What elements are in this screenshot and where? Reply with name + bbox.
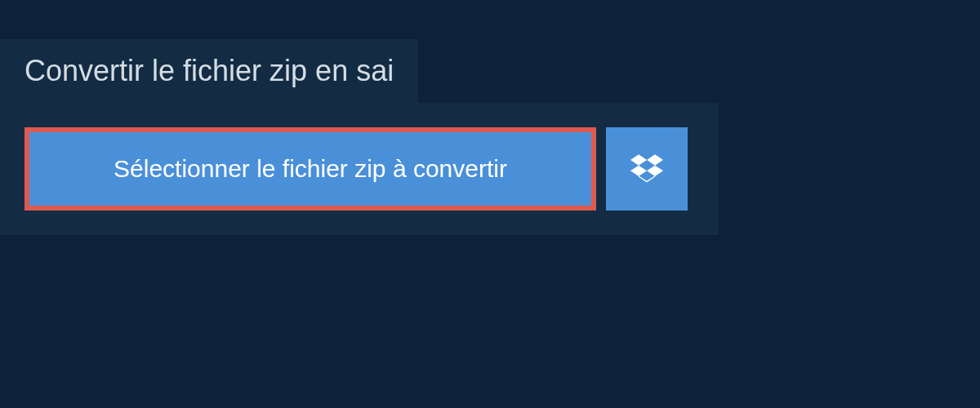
select-file-label: Sélectionner le fichier zip à convertir [114, 155, 507, 183]
header-tab: Convertir le fichier zip en sai [0, 39, 418, 103]
upload-panel: Sélectionner le fichier zip à convertir [0, 103, 719, 235]
page-title: Convertir le fichier zip en sai [24, 54, 394, 88]
dropbox-button[interactable] [606, 127, 688, 211]
select-file-button[interactable]: Sélectionner le fichier zip à convertir [24, 127, 596, 211]
button-row: Sélectionner le fichier zip à convertir [24, 127, 694, 211]
dropbox-icon [630, 152, 663, 187]
